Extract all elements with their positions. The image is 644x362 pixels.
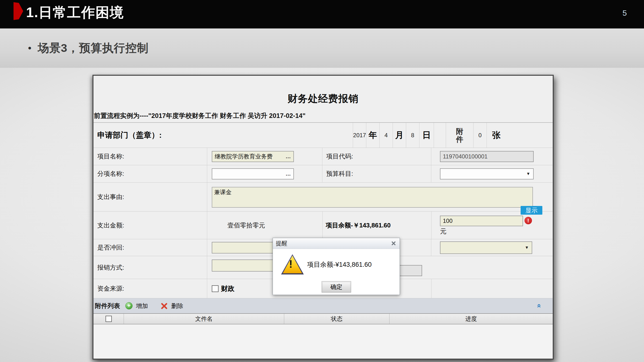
expense-amount-label: 支出金额: bbox=[94, 211, 207, 239]
date-spacer-cell bbox=[434, 123, 446, 148]
slide: 1.日常工作困境 5 • 场景3，预算执行控制 财务处经费报销 前置流程实例为-… bbox=[0, 0, 644, 362]
project-name-picker-button[interactable]: … bbox=[284, 153, 292, 160]
chevron-down-icon: ▼ bbox=[525, 245, 529, 250]
delete-icon bbox=[160, 302, 168, 309]
slide-subtitle: 场景3，预算执行控制 bbox=[38, 40, 148, 56]
close-icon[interactable] bbox=[390, 241, 397, 246]
column-header-progress[interactable]: 进度 bbox=[390, 314, 553, 324]
project-row: 项目名称: … 项目代码: bbox=[94, 148, 553, 165]
dialog-titlebar[interactable]: 提醒 bbox=[273, 238, 400, 249]
year-value-cell: 2017 bbox=[353, 123, 366, 148]
fund-source-checkbox[interactable] bbox=[212, 285, 218, 292]
day-value-cell: 8 bbox=[406, 123, 419, 148]
attachment-list-empty-area bbox=[94, 324, 553, 359]
form-canvas: 财务处经费报销 前置流程实例为----"2017年度学校财务工作 财务工作 吴访… bbox=[94, 76, 553, 359]
dialog-body: ! 项目余额-¥143,861.60 确定 bbox=[273, 249, 400, 295]
collapse-icon[interactable]: « bbox=[536, 304, 544, 308]
divider bbox=[431, 211, 432, 239]
select-all-checkbox[interactable] bbox=[106, 316, 112, 322]
column-header-status[interactable]: 状态 bbox=[284, 314, 390, 324]
amount-in-words: 壹佰零拾零元 bbox=[228, 211, 265, 239]
warning-icon: ! bbox=[281, 254, 304, 274]
slide-title: 1.日常工作困境 bbox=[26, 3, 124, 22]
reimbursement-form-window: 财务处经费报销 前置流程实例为----"2017年度学校财务工作 财务工作 吴访… bbox=[92, 75, 554, 360]
expense-reason-row: 支出事由: 兼课金 bbox=[94, 182, 553, 211]
dialog-message: 项目余额-¥143,861.60 bbox=[307, 249, 372, 280]
attachment-section-title: 附件列表 bbox=[95, 302, 120, 310]
attachment-unit-cell: 张 bbox=[486, 123, 553, 148]
slide-header-bar: 1.日常工作困境 5 bbox=[0, 0, 644, 28]
add-button-label: 增加 bbox=[136, 302, 148, 310]
project-code-input[interactable] bbox=[440, 151, 534, 162]
chevron-down-icon: ▼ bbox=[526, 172, 530, 176]
attachment-label-cell: 附件 bbox=[446, 123, 473, 148]
reimburse-method-secondary-input[interactable] bbox=[396, 265, 422, 276]
apply-dept-row: 申请部门（盖章）: 2017 年 4 月 8 日 附件 0 张 bbox=[94, 123, 553, 148]
divider bbox=[431, 279, 432, 298]
ok-button[interactable]: 确定 bbox=[322, 281, 351, 293]
year-unit-cell: 年 bbox=[366, 123, 379, 148]
project-code-label: 项目代码: bbox=[322, 148, 431, 165]
write-back-dropdown[interactable]: ▼ bbox=[440, 241, 532, 254]
month-unit-cell: 月 bbox=[393, 123, 406, 148]
sub-item-picker-button[interactable]: … bbox=[284, 170, 292, 178]
budget-subject-dropdown[interactable]: ▼ bbox=[440, 168, 534, 180]
expense-amount-input[interactable] bbox=[440, 216, 523, 226]
delete-attachment-button[interactable]: 删除 bbox=[160, 302, 183, 310]
dialog-title: 提醒 bbox=[276, 239, 390, 247]
month-value-cell: 4 bbox=[379, 123, 393, 148]
add-attachment-button[interactable]: + 增加 bbox=[125, 302, 148, 310]
day-unit-cell: 日 bbox=[419, 123, 434, 148]
write-back-label: 是否冲回: bbox=[94, 239, 207, 256]
attachment-table-header: 文件名 状态 进度 bbox=[94, 314, 553, 324]
delete-button-label: 删除 bbox=[171, 302, 183, 310]
sub-item-input[interactable] bbox=[212, 168, 294, 180]
expense-reason-textarea[interactable]: 兼课金 bbox=[212, 187, 533, 208]
attachment-count-cell: 0 bbox=[473, 123, 486, 148]
reminder-dialog: 提醒 ! 项目余额-¥143,861.60 确定 bbox=[272, 238, 400, 295]
project-name-input[interactable] bbox=[212, 151, 294, 162]
form-title: 财务处经费报销 bbox=[94, 92, 553, 105]
show-button[interactable]: 显示 bbox=[520, 206, 542, 215]
sub-item-row: 分项名称: … 预算科目: ▼ bbox=[94, 165, 553, 182]
sub-item-label: 分项名称: bbox=[94, 165, 207, 182]
project-name-label: 项目名称: bbox=[94, 148, 207, 165]
red-flag-icon bbox=[14, 2, 23, 20]
page-number: 5 bbox=[622, 9, 627, 18]
apply-dept-label: 申请部门（盖章）: bbox=[94, 123, 353, 148]
amount-unit-label: 元 bbox=[440, 227, 446, 236]
divider bbox=[322, 211, 322, 239]
project-balance-text: 项目余额-￥143,861.60 bbox=[326, 211, 391, 239]
budget-subject-label: 预算科目: bbox=[322, 165, 431, 182]
bullet-icon: • bbox=[28, 43, 32, 53]
select-all-cell bbox=[94, 314, 124, 324]
expense-amount-row: 支出金额: 壹佰零拾零元 项目余额-￥143,861.60 ! 元 bbox=[94, 211, 553, 239]
expense-reason-label: 支出事由: bbox=[94, 182, 207, 211]
pre-process-line: 前置流程实例为----"2017年度学校财务工作 财务工作 吴访升 2017-0… bbox=[94, 111, 306, 120]
slide-subtitle-bar: • 场景3，预算执行控制 bbox=[0, 28, 644, 68]
attachment-label: 附件 bbox=[456, 127, 464, 143]
error-icon: ! bbox=[524, 217, 532, 224]
attachment-toolbar: 附件列表 + 增加 删除 « bbox=[94, 298, 553, 314]
fund-source-label: 资金来源: bbox=[94, 279, 207, 298]
fund-source-option-label: 财政 bbox=[221, 284, 234, 293]
add-icon: + bbox=[125, 302, 132, 309]
reimburse-method-label: 报销方式: bbox=[94, 256, 207, 279]
column-header-filename[interactable]: 文件名 bbox=[124, 314, 284, 324]
